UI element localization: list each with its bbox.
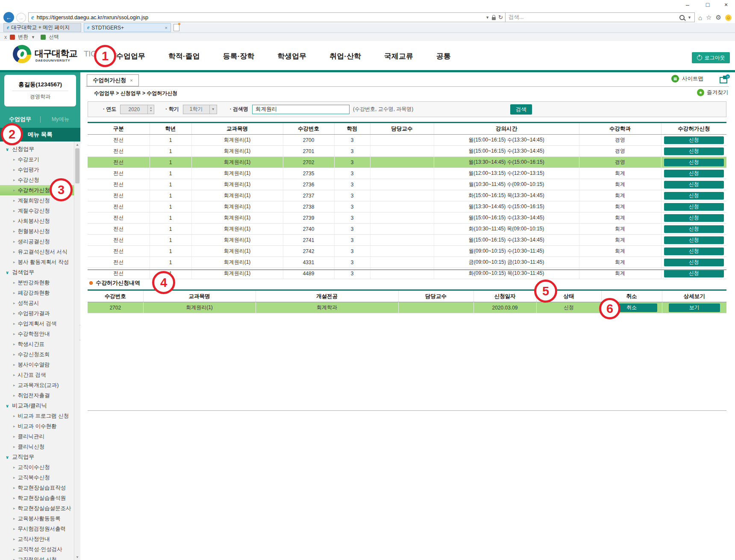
- menu-item[interactable]: ▸교직복수신청: [0, 472, 80, 483]
- convert-button[interactable]: 변환: [18, 33, 28, 41]
- menu-item[interactable]: ▸성적공시: [0, 298, 80, 308]
- add-favorite-link[interactable]: ★ 즐겨찾기: [697, 89, 728, 96]
- apply-button[interactable]: 신청: [664, 147, 724, 155]
- apply-button[interactable]: 신청: [664, 170, 724, 177]
- menu-section[interactable]: ∨교직업무: [0, 452, 80, 462]
- menu-item[interactable]: ▸봉사 활동계획서 작성: [0, 257, 80, 267]
- apply-button[interactable]: 신청: [664, 236, 724, 244]
- search-icon[interactable]: [679, 15, 685, 20]
- view-button[interactable]: 보기: [669, 304, 720, 312]
- favorites-star-icon[interactable]: ☆: [706, 14, 711, 21]
- menu-item[interactable]: ▸무시험검정원서출력: [0, 524, 80, 534]
- menu-item[interactable]: ▸수업평가결과: [0, 308, 80, 318]
- top-nav-item[interactable]: 등록·장학: [223, 51, 255, 61]
- semester-select[interactable]: 1학기 ▼: [183, 105, 217, 114]
- browser-tab-stdtigers[interactable]: e STDTIGERS+ ×: [84, 23, 171, 32]
- menu-item[interactable]: ▸유고결석신청서 서식: [0, 247, 80, 257]
- menu-item[interactable]: ▸교직적성·인성검사: [0, 544, 80, 554]
- convert-dropdown-icon[interactable]: ▼: [31, 35, 35, 39]
- menu-item[interactable]: ▸비교과 이수현황: [0, 421, 80, 431]
- scroll-thumb[interactable]: [75, 148, 79, 183]
- table-row[interactable]: 전선1회계원리(1)43313금(09:00~10:15) 금(10:30~11…: [88, 257, 726, 268]
- apply-button[interactable]: 신청: [664, 270, 724, 277]
- table-row[interactable]: 전선1회계원리(1)27013월(15:00~16:15) 수(13:30~14…: [88, 146, 726, 157]
- menu-section[interactable]: ∨검색업무: [0, 267, 80, 277]
- menu-item[interactable]: ▸교직사정안내: [0, 534, 80, 544]
- select-button[interactable]: 선택: [49, 33, 59, 41]
- close-button[interactable]: ×: [721, 1, 731, 8]
- apply-button[interactable]: 신청: [664, 214, 724, 222]
- spinner-arrows-icon[interactable]: ▲▼: [147, 105, 154, 114]
- apply-button[interactable]: 신청: [664, 259, 724, 266]
- menu-item[interactable]: ▸수강포기: [0, 154, 80, 165]
- menu-item[interactable]: ▸학교현장실습설문조사: [0, 503, 80, 513]
- table-row[interactable]: 전선1회계원리(1)27373화(15:00~16:15) 목(13:30~14…: [88, 190, 726, 201]
- chevron-down-icon[interactable]: ▼: [209, 105, 217, 114]
- addon-close-button[interactable]: x: [4, 34, 7, 40]
- gear-icon[interactable]: ⚙: [716, 14, 721, 21]
- menu-item[interactable]: ▸취업전자출결: [0, 390, 80, 401]
- menu-item[interactable]: ▸수업평가: [0, 165, 80, 175]
- university-name[interactable]: 대구대학교: [35, 47, 77, 59]
- maximize-button[interactable]: □: [703, 1, 712, 8]
- table-row[interactable]: 전선1회계원리(1)27403화(10:30~11:45) 목(09:00~10…: [88, 224, 726, 235]
- address-bar[interactable]: e https://tigersstd.daegu.ac.kr/nxrun/ss…: [28, 12, 506, 22]
- table-row[interactable]: 전선1회계원리(1)27023월(13:30~14:45) 수(15:00~16…: [88, 157, 726, 168]
- menu-item[interactable]: ▸비교과 프로그램 신청: [0, 411, 80, 421]
- menu-item[interactable]: ▸교과목개요(교과): [0, 380, 80, 390]
- menu-item[interactable]: ▸봉사이수열람: [0, 360, 80, 370]
- sidebar-scrollbar[interactable]: ▲ ▼: [74, 141, 80, 560]
- top-nav-item[interactable]: 학생업무: [277, 51, 306, 61]
- apply-button[interactable]: 신청: [664, 181, 724, 189]
- menu-item[interactable]: ▸생리공결신청: [0, 236, 80, 247]
- menu-item[interactable]: ▸수업계획서 검색: [0, 318, 80, 329]
- forward-button[interactable]: →: [16, 13, 26, 23]
- table-row[interactable]: 전선1회계원리(1)27383월(13:30~14:45) 수(15:00~16…: [88, 201, 726, 212]
- search-dropdown-icon[interactable]: ▼: [688, 15, 691, 20]
- apply-button[interactable]: 신청: [664, 159, 724, 166]
- university-logo[interactable]: [13, 45, 31, 63]
- feedback-smiley-icon[interactable]: ☺: [725, 15, 732, 21]
- sidebar-tab-my[interactable]: My메뉴: [41, 116, 80, 123]
- menu-item[interactable]: ▸교육봉사활동등록: [0, 513, 80, 524]
- menu-item[interactable]: ▸학생시간표: [0, 339, 80, 349]
- history-row[interactable]: 2702회계원리(1)회계학과2020.03.09신청취소보기: [88, 302, 726, 313]
- apply-button[interactable]: 신청: [664, 192, 724, 200]
- top-nav-item[interactable]: 공통: [436, 51, 451, 61]
- year-spinner[interactable]: 2020 ▲▼: [120, 105, 154, 114]
- menu-item[interactable]: ▸폐강강좌현황: [0, 288, 80, 298]
- menu-item[interactable]: ▸사회봉사신청: [0, 216, 80, 226]
- sitemap-link[interactable]: ▦ 사이트맵: [671, 75, 703, 83]
- keyword-input[interactable]: 회계원리: [252, 105, 350, 114]
- page-tab-close-icon[interactable]: ×: [130, 78, 132, 83]
- scroll-down-icon[interactable]: ▼: [74, 554, 80, 560]
- apply-button[interactable]: 신청: [664, 203, 724, 211]
- scroll-up-icon[interactable]: ▲: [74, 141, 80, 147]
- menu-item[interactable]: ▸수강신청조회: [0, 349, 80, 360]
- search-button[interactable]: 검색: [510, 104, 532, 115]
- browser-search-input[interactable]: 검색... ▼: [505, 12, 695, 22]
- page-tab[interactable]: 수업허가신청 ×: [87, 74, 139, 86]
- top-nav-item[interactable]: 학적·졸업: [168, 51, 200, 61]
- apply-button[interactable]: 신청: [664, 136, 724, 144]
- menu-item[interactable]: ▸클리닉관리: [0, 431, 80, 442]
- logout-button[interactable]: 로그아웃: [692, 52, 730, 63]
- menu-section[interactable]: ∨신청업무: [0, 144, 80, 154]
- tab-close-icon[interactable]: ×: [165, 25, 168, 30]
- menu-item[interactable]: ▸클리닉신청: [0, 442, 80, 452]
- menu-section[interactable]: ∨비교과/클리닉: [0, 401, 80, 411]
- apply-button[interactable]: 신청: [664, 225, 724, 233]
- menu-item[interactable]: ▸시간표 검색: [0, 370, 80, 380]
- menu-item[interactable]: ▸교직이수신청: [0, 462, 80, 472]
- sidebar-tab-work[interactable]: 수업업무: [0, 115, 40, 123]
- refresh-icon[interactable]: ↻: [498, 14, 503, 21]
- menu-item[interactable]: ▸학교현장실습표작성: [0, 483, 80, 493]
- detach-window-icon[interactable]: ×: [720, 76, 729, 82]
- table-row[interactable]: 전선1회계원리(1)27003월(15:00~16:15) 수(13:30~14…: [88, 135, 726, 146]
- table-row[interactable]: 전선1회계원리(1)27353월(12:00~13:15) 수(12:00~13…: [88, 168, 726, 179]
- home-icon[interactable]: ⌂: [698, 14, 702, 21]
- top-nav-item[interactable]: 국제교류: [384, 51, 413, 61]
- browser-tab-main-page[interactable]: e 대구대학교 + 메인 페이지: [3, 23, 81, 32]
- back-button[interactable]: ←: [3, 12, 14, 23]
- table-row[interactable]: 전선1회계원리(1)27393월(15:00~16:15) 수(13:30~14…: [88, 212, 726, 224]
